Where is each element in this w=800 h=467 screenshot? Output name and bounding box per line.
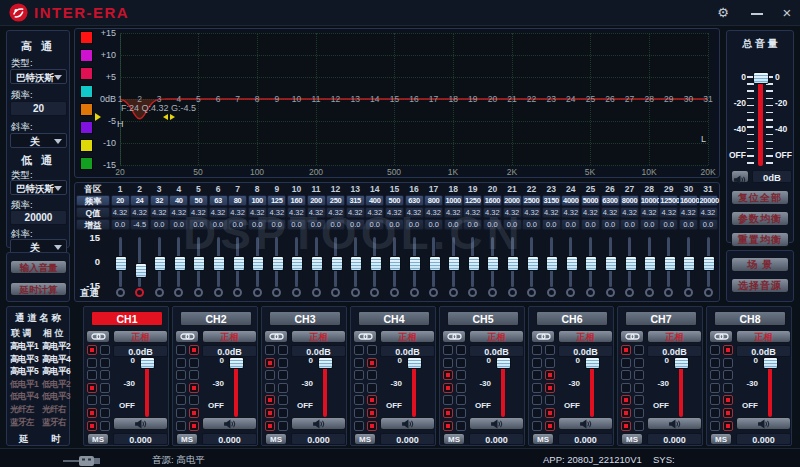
band-freq-cell[interactable]: 20000 (699, 195, 718, 206)
band-freq-cell[interactable]: 20 (111, 195, 130, 206)
band-gain-cell[interactable]: 0.0 (267, 219, 286, 230)
channel-delay-display[interactable]: 0.000 (291, 433, 346, 445)
band-q-cell[interactable]: 4.32 (561, 207, 580, 218)
channel-fader-handle[interactable] (140, 357, 155, 369)
band-freq-cell[interactable]: 63 (209, 195, 228, 206)
band-slider-track[interactable] (138, 237, 141, 287)
master-fader-track[interactable] (758, 76, 763, 166)
band-slider-handle[interactable] (566, 256, 578, 271)
band-freq-cell[interactable]: 800 (424, 195, 443, 206)
channel-header[interactable]: CH1 (91, 311, 163, 326)
band-bypass-radio[interactable] (586, 288, 595, 297)
routing-checkbox[interactable] (100, 421, 110, 431)
band-freq-cell[interactable]: 24 (130, 195, 149, 206)
reset-all-button[interactable]: 复位全部 (731, 190, 789, 205)
parametric-eq-button[interactable]: 参数均衡 (731, 211, 789, 226)
band-slider-handle[interactable] (585, 256, 597, 271)
master-fader-handle[interactable] (753, 72, 769, 84)
channel-fader-track[interactable] (145, 361, 149, 417)
channel-phase-button[interactable]: 正相 (736, 330, 791, 343)
channel-header[interactable]: CH6 (536, 311, 608, 326)
band-gain-cell[interactable]: 0.0 (405, 219, 424, 230)
band-freq-cell[interactable]: 8000 (620, 195, 639, 206)
channel-fader-handle[interactable] (229, 357, 244, 369)
band-bypass-radio[interactable] (390, 288, 399, 297)
band-slider-handle[interactable] (331, 256, 343, 271)
band-q-cell[interactable]: 4.32 (483, 207, 502, 218)
hpf-handle[interactable]: H (117, 119, 124, 129)
band-gain-cell[interactable]: 0.0 (248, 219, 267, 230)
band-gain-cell[interactable]: 0.0 (679, 219, 698, 230)
band-slider-handle[interactable] (487, 256, 499, 271)
channel-delay-display[interactable]: 0.000 (736, 433, 791, 445)
band-slider-handle[interactable] (291, 256, 303, 271)
band-slider-handle[interactable] (527, 256, 539, 271)
lpf-handle[interactable]: L (701, 134, 706, 144)
band-q-cell[interactable]: 4.32 (640, 207, 659, 218)
routing-checkbox[interactable] (532, 421, 542, 431)
band-q-cell[interactable]: 4.32 (169, 207, 188, 218)
hp-freq-input[interactable] (10, 101, 67, 116)
routing-checkbox[interactable] (354, 383, 364, 393)
band-q-cell[interactable]: 4.32 (209, 207, 228, 218)
channel-mute-button[interactable] (736, 417, 791, 430)
channel-link-button[interactable] (175, 330, 199, 343)
routing-checkbox[interactable] (87, 408, 97, 418)
band-bypass-radio[interactable] (194, 288, 203, 297)
routing-checkbox[interactable] (176, 370, 186, 380)
channel-phase-button[interactable]: 正相 (558, 330, 613, 343)
select-source-button[interactable]: 选择音源 (731, 278, 789, 293)
band-q-cell[interactable]: 4.32 (307, 207, 326, 218)
band-slider-handle[interactable] (683, 256, 695, 271)
routing-checkbox[interactable] (367, 421, 377, 431)
band-freq-cell[interactable]: 315 (346, 195, 365, 206)
channel-fader-track[interactable] (234, 361, 238, 417)
channel-header[interactable]: CH5 (447, 311, 519, 326)
routing-checkbox[interactable] (532, 383, 542, 393)
band-gain-cell[interactable]: 0.0 (581, 219, 600, 230)
band-bypass-radio[interactable] (645, 288, 654, 297)
routing-checkbox[interactable] (545, 345, 555, 355)
routing-checkbox[interactable] (176, 395, 186, 405)
band-freq-cell[interactable]: 80 (228, 195, 247, 206)
routing-checkbox[interactable] (710, 395, 720, 405)
band-gain-cell[interactable]: 0.0 (503, 219, 522, 230)
band-slider-handle[interactable] (468, 256, 480, 271)
routing-checkbox[interactable] (532, 408, 542, 418)
channel-mute-button[interactable] (113, 417, 168, 430)
band-gain-cell[interactable]: 0.0 (169, 219, 188, 230)
band-q-cell[interactable]: 4.32 (346, 207, 365, 218)
routing-checkbox[interactable] (456, 345, 466, 355)
band-gain-cell[interactable]: 0.0 (365, 219, 384, 230)
routing-checkbox[interactable] (354, 358, 364, 368)
band-slider-handle[interactable] (115, 256, 127, 271)
band-q-cell[interactable]: 4.32 (679, 207, 698, 218)
band-freq-cell[interactable]: 1250 (463, 195, 482, 206)
band-freq-cell[interactable]: 160 (287, 195, 306, 206)
band-gain-cell[interactable]: 0.0 (444, 219, 463, 230)
band-bypass-radio[interactable] (351, 288, 360, 297)
routing-checkbox[interactable] (710, 408, 720, 418)
band-freq-cell[interactable]: 2000 (503, 195, 522, 206)
routing-checkbox[interactable] (354, 408, 364, 418)
channel-link-button[interactable] (86, 330, 110, 343)
band-freq-cell[interactable]: 5000 (581, 195, 600, 206)
hp-slope-select[interactable]: 关 (10, 133, 67, 148)
routing-checkbox[interactable] (189, 421, 199, 431)
routing-checkbox[interactable] (265, 370, 275, 380)
band-freq-cell[interactable]: 100 (248, 195, 267, 206)
routing-checkbox[interactable] (354, 370, 364, 380)
routing-checkbox[interactable] (443, 408, 453, 418)
band-freq-cell[interactable]: 200 (307, 195, 326, 206)
routing-checkbox[interactable] (87, 345, 97, 355)
routing-checkbox[interactable] (621, 421, 631, 431)
band-freq-cell[interactable]: 3150 (542, 195, 561, 206)
routing-checkbox[interactable] (621, 370, 631, 380)
routing-checkbox[interactable] (100, 345, 110, 355)
band-bypass-radio[interactable] (253, 288, 262, 297)
routing-checkbox[interactable] (87, 383, 97, 393)
band-q-cell[interactable]: 4.32 (424, 207, 443, 218)
band-q-cell[interactable]: 4.32 (130, 207, 149, 218)
channel-phase-button[interactable]: 正相 (380, 330, 435, 343)
band-bypass-radio[interactable] (155, 288, 164, 297)
